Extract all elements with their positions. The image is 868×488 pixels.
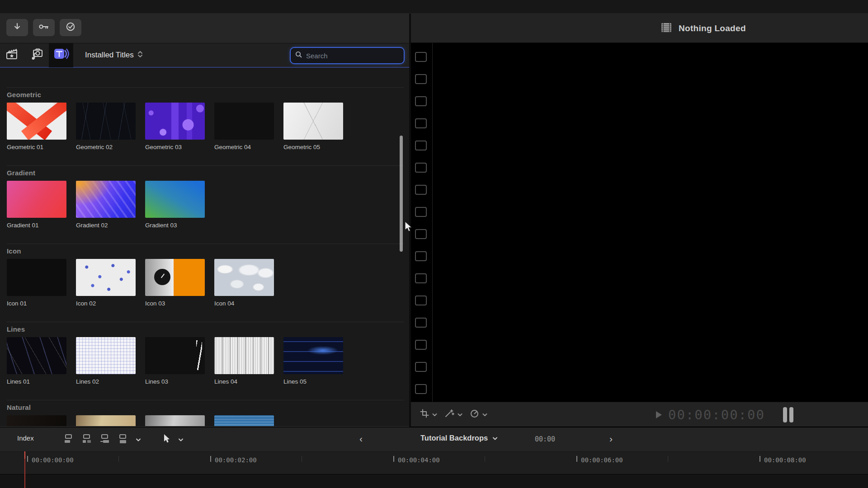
title-item[interactable]: Lines 03 (145, 337, 205, 385)
film-sprocket-hole (415, 185, 427, 195)
title-thumbnail[interactable] (76, 103, 136, 140)
title-thumbnail[interactable] (76, 181, 136, 218)
title-thumbnail[interactable] (7, 181, 66, 218)
title-thumbnail[interactable] (214, 415, 274, 426)
timeline-pane: Index (0, 427, 868, 488)
title-label: Geometric 04 (214, 144, 274, 150)
title-thumbnail[interactable] (145, 259, 205, 296)
connect-edit-icon[interactable] (63, 433, 74, 446)
title-thumbnail[interactable] (214, 103, 274, 140)
retime-tool-button[interactable] (470, 409, 487, 420)
title-thumbnail[interactable] (7, 337, 66, 374)
title-thumbnail[interactable] (145, 181, 205, 218)
film-sprocket-hole (415, 340, 427, 350)
download-icon (13, 22, 22, 33)
check-button[interactable] (60, 19, 81, 36)
search-input[interactable] (306, 52, 399, 60)
title-thumbnail[interactable] (76, 415, 136, 426)
film-sprocket-hole (415, 163, 427, 173)
camera-music-icon (29, 47, 44, 63)
chevron-down-icon[interactable] (482, 410, 487, 418)
audio-meter-bar (783, 407, 787, 422)
chevron-down-icon[interactable] (432, 410, 437, 418)
dropdown-label: Installed Titles (85, 51, 134, 60)
tool-chevron-icon[interactable] (178, 436, 184, 444)
title-item[interactable]: Gradient 02 (76, 181, 136, 229)
title-item[interactable]: Geometric 01 (7, 103, 66, 150)
play-icon[interactable] (656, 411, 662, 418)
film-sprocket-hole (415, 296, 427, 305)
title-item[interactable]: Geometric 04 (214, 103, 274, 150)
title-item[interactable]: Lines 02 (76, 337, 136, 385)
title-item[interactable]: Lines 01 (7, 337, 66, 385)
title-item[interactable]: Icon 01 (7, 259, 66, 307)
title-item[interactable]: Gradient 01 (7, 181, 66, 229)
title-label: Geometric 05 (283, 144, 343, 150)
title-thumbnail[interactable] (145, 103, 205, 140)
title-item[interactable]: Lines 04 (214, 337, 274, 385)
previous-timeline-button[interactable]: ‹ (359, 433, 363, 444)
crop-icon (420, 409, 429, 420)
title-thumbnail[interactable] (7, 415, 66, 426)
title-item[interactable] (76, 415, 136, 426)
ruler-minor-tick (485, 456, 485, 462)
download-button[interactable] (6, 19, 28, 36)
viewer-timecode: 00:00:00:00 (668, 407, 765, 422)
append-edit-icon[interactable] (99, 433, 110, 446)
title-item[interactable] (145, 415, 205, 426)
title-thumbnail[interactable] (76, 259, 136, 296)
overwrite-edit-icon[interactable] (118, 433, 128, 446)
title-item[interactable]: Icon 02 (76, 259, 136, 307)
title-thumbnail[interactable] (283, 103, 343, 140)
title-item[interactable]: Gradient 03 (145, 181, 205, 229)
timeline-track-area[interactable] (0, 474, 868, 488)
insert-edit-icon[interactable] (81, 433, 92, 446)
title-item[interactable]: Lines 05 (283, 337, 343, 385)
title-label: Gradient 03 (145, 222, 205, 229)
key-button[interactable] (33, 19, 55, 36)
search-icon (295, 51, 302, 60)
title-item[interactable]: Geometric 05 (283, 103, 343, 150)
title-item[interactable]: Icon 03 (145, 259, 205, 307)
titles-grid: GeometricGeometric 01Geometric 02Geometr… (0, 68, 409, 426)
title-item[interactable] (214, 415, 274, 426)
title-thumbnail[interactable] (7, 103, 66, 140)
film-sprocket-hole (415, 229, 427, 239)
timeline-topbar: Index (0, 427, 868, 451)
title-thumbnail[interactable] (214, 259, 274, 296)
timeline-ruler[interactable]: 00:00:00:0000:00:02:0000:00:04:0000:00:0… (0, 451, 868, 474)
titles-source-dropdown[interactable]: Installed Titles (85, 51, 143, 60)
filmstrip-icon (661, 22, 673, 35)
audio-meters-button[interactable] (783, 407, 793, 422)
crop-tool-button[interactable] (420, 409, 437, 420)
title-thumbnail[interactable] (283, 337, 343, 374)
film-sprocket-hole (415, 74, 427, 84)
titles-browser-pane: Installed Titles GeometricGeometric 01Ge… (0, 14, 409, 427)
playhead[interactable] (24, 451, 25, 488)
title-item[interactable]: Geometric 02 (76, 103, 136, 150)
timeline-project-selector[interactable]: Tutorial Backdrops (420, 434, 498, 442)
index-button[interactable]: Index (17, 434, 34, 442)
title-thumbnail[interactable] (145, 415, 205, 426)
tab-titles-generators-browser[interactable] (49, 43, 73, 67)
edit-mode-chevron-icon[interactable] (136, 436, 141, 444)
enhance-tool-button[interactable] (444, 409, 462, 420)
title-item[interactable] (7, 415, 66, 426)
film-sprocket-hole (415, 318, 427, 328)
search-box[interactable] (291, 48, 404, 63)
top-toolbar (0, 14, 409, 43)
title-thumbnail[interactable] (214, 337, 274, 374)
title-item[interactable]: Icon 04 (214, 259, 274, 307)
chevron-down-icon[interactable] (458, 410, 462, 418)
browser-scrollbar[interactable] (400, 136, 403, 252)
select-tool-icon[interactable] (162, 433, 171, 446)
next-timeline-button[interactable]: › (609, 433, 613, 444)
title-item[interactable]: Geometric 03 (145, 103, 205, 150)
title-thumbnail[interactable] (145, 337, 205, 374)
ruler-tick: 00:00:04:00 (393, 456, 440, 464)
tab-media-browser[interactable] (0, 43, 24, 67)
title-thumbnail[interactable] (76, 337, 136, 374)
title-thumbnail[interactable] (7, 259, 66, 296)
tab-photos-audio-browser[interactable] (24, 43, 49, 67)
app-window: Installed Titles GeometricGeometric 01Ge… (0, 0, 868, 488)
